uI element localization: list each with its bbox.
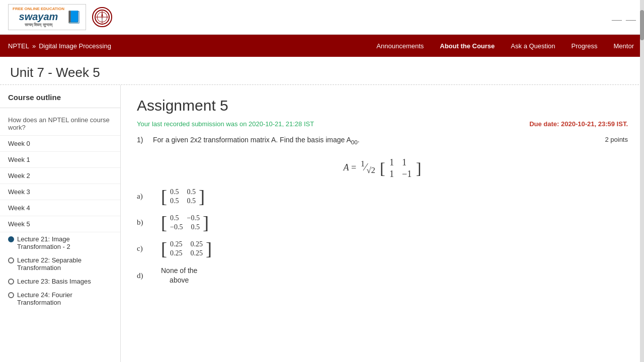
- sidebar-title: Course outline: [0, 93, 120, 108]
- option-c-matrix[interactable]: [ 0.250.25 0.250.25 ]: [161, 240, 212, 258]
- sidebar-item-week2[interactable]: Week 2: [0, 168, 120, 184]
- nav-bar: NPTEL » Digital Image Processing Announc…: [0, 35, 644, 57]
- options-area: a) [ 0.50.5 0.50.5 ] b) [: [137, 188, 628, 286]
- nav-mentor[interactable]: Mentor: [612, 42, 636, 50]
- sidebar-lecture23[interactable]: Lecture 23: Basis Images: [0, 275, 120, 288]
- question-1-text: For a given 2x2 transformation matrix A.…: [153, 136, 360, 145]
- sidebar-lecture23-label: Lecture 23: Basis Images: [17, 278, 91, 285]
- submission-row: Your last recorded submission was on 202…: [137, 120, 628, 128]
- option-c-row: c) [ 0.250.25 0.250.25 ]: [137, 240, 628, 258]
- radio-lecture24: [8, 292, 14, 298]
- sidebar-lecture21-label: Lecture 21: Image Transformation - 2: [17, 235, 112, 250]
- nav-links: Announcements About the Course Ask a Que…: [374, 42, 636, 50]
- bracket-right-b: ]: [203, 214, 209, 232]
- bracket-left-b: [: [161, 214, 167, 232]
- content-area: Assignment 5 Your last recorded submissi…: [121, 85, 644, 362]
- top-right-item1: ___: [612, 14, 622, 21]
- question-1-number: 1): [137, 136, 149, 144]
- option-b-label: b): [137, 218, 149, 227]
- radio-lecture22: [8, 257, 14, 263]
- submission-text: Your last recorded submission was on 202…: [137, 120, 314, 128]
- sidebar-lecture21[interactable]: Lecture 21: Image Transformation - 2: [0, 232, 120, 253]
- sidebar-item-week4[interactable]: Week 4: [0, 200, 120, 216]
- breadcrumb-nptel[interactable]: NPTEL: [8, 42, 29, 50]
- sidebar-lecture24[interactable]: Lecture 24: Fourier Transformation: [0, 288, 120, 309]
- bracket-left-formula: [: [380, 159, 385, 177]
- question-1-header: 1) For a given 2x2 transformation matrix…: [137, 136, 360, 145]
- sidebar-item-week5[interactable]: Week 5: [0, 216, 120, 232]
- bracket-right-a: ]: [199, 188, 205, 206]
- sidebar: Course outline How does an NPTEL online …: [0, 85, 121, 362]
- scrollbar-track: [640, 0, 644, 362]
- option-d-text[interactable]: None of theabove: [161, 266, 197, 286]
- bracket-right-formula: ]: [416, 159, 422, 177]
- top-bar: FREE ONLINE EDUCATION swayam सत्यम् शिवम…: [0, 0, 644, 35]
- bracket-left-a: [: [161, 188, 167, 206]
- option-a-matrix[interactable]: [ 0.50.5 0.50.5 ]: [161, 188, 205, 206]
- due-date-text: Due date: 2020-10-21, 23:59 IST.: [529, 120, 628, 128]
- sidebar-item-week3[interactable]: Week 3: [0, 184, 120, 200]
- top-right-item2: ___: [626, 14, 636, 21]
- nav-progress[interactable]: Progress: [570, 42, 600, 50]
- breadcrumb-course[interactable]: Digital Image Processing: [39, 42, 111, 50]
- option-b-matrix[interactable]: [ 0.5−0.5 −0.50.5 ]: [161, 214, 209, 232]
- sidebar-lecture24-label: Lecture 24: Fourier Transformation: [17, 291, 112, 306]
- sidebar-item-week1[interactable]: Week 1: [0, 152, 120, 168]
- logo-area: FREE ONLINE EDUCATION swayam सत्यम् शिवम…: [8, 4, 112, 30]
- sidebar-item-week0[interactable]: Week 0: [0, 136, 120, 152]
- bracket-right-c: ]: [206, 240, 212, 258]
- option-d-row: d) None of theabove: [137, 266, 628, 286]
- compass-logo[interactable]: [92, 7, 112, 27]
- radio-lecture21: [8, 236, 14, 242]
- breadcrumb-separator: »: [32, 42, 36, 50]
- question-1-block: 1) For a given 2x2 transformation matrix…: [137, 136, 628, 286]
- swayam-logo[interactable]: FREE ONLINE EDUCATION swayam सत्यम् शिवम…: [8, 4, 86, 30]
- sidebar-lecture22[interactable]: Lecture 22: Separable Transformation: [0, 253, 120, 275]
- page-title: Unit 7 - Week 5: [10, 65, 634, 80]
- book-icon: 📘: [66, 10, 82, 24]
- option-a-row: a) [ 0.50.5 0.50.5 ]: [137, 188, 628, 206]
- page-title-area: Unit 7 - Week 5: [0, 57, 644, 85]
- nav-about-course[interactable]: About the Course: [438, 42, 497, 50]
- swayam-bottom-text: सत्यम् शिवम् सुन्दरम्: [25, 23, 52, 28]
- nav-ask-question[interactable]: Ask a Question: [509, 42, 557, 50]
- option-a-label: a): [137, 192, 149, 201]
- radio-lecture23: [8, 279, 14, 285]
- points-text: 2 points: [605, 136, 628, 143]
- math-formula: A = 1⁄√2 [ 11 1−1 ]: [137, 157, 628, 179]
- option-b-row: b) [ 0.5−0.5 −0.50.5 ]: [137, 214, 628, 232]
- option-c-label: c): [137, 244, 149, 253]
- assignment-title: Assignment 5: [137, 97, 628, 114]
- breadcrumb: NPTEL » Digital Image Processing: [8, 42, 111, 50]
- main-layout: Course outline How does an NPTEL online …: [0, 85, 644, 362]
- swayam-brand: swayam: [19, 11, 58, 23]
- swayam-top-text: FREE ONLINE EDUCATION: [13, 7, 64, 11]
- sidebar-item-how-nptel[interactable]: How does an NPTEL online course work?: [0, 112, 120, 136]
- nav-announcements[interactable]: Announcements: [374, 42, 426, 50]
- bracket-left-c: [: [161, 240, 167, 258]
- scrollbar-thumb[interactable]: [640, 10, 644, 40]
- top-right-area: ___ ___: [612, 14, 636, 21]
- sidebar-lecture22-label: Lecture 22: Separable Transformation: [17, 256, 112, 272]
- option-d-label: d): [137, 272, 149, 280]
